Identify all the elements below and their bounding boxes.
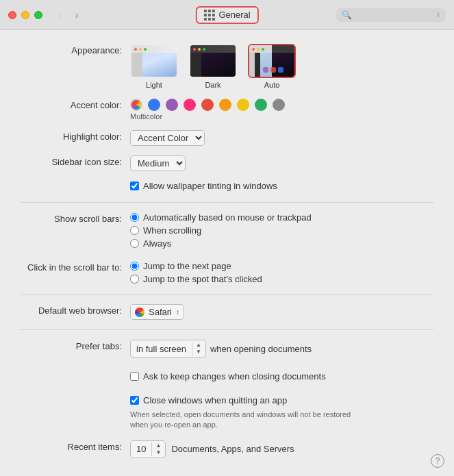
wallpaper-tinting-label: Allow wallpaper tinting in windows	[143, 181, 277, 191]
wallpaper-tinting-row: Allow wallpaper tinting in windows	[21, 181, 433, 195]
ask-keep-changes-label: Ask to keep changes when closing documen…	[143, 371, 326, 381]
accent-multicolor[interactable]	[130, 99, 142, 111]
appearance-light-label: Light	[146, 81, 162, 89]
accent-purple[interactable]	[166, 99, 178, 111]
sidebar-icon-size-select[interactable]: Medium	[130, 155, 186, 171]
recent-items-up-icon[interactable]: ▲	[154, 442, 162, 449]
accent-yellow[interactable]	[237, 99, 249, 111]
click-scroll-bar-row: Click in the scroll bar to: Jump to the …	[21, 261, 433, 287]
accent-multicolor-label: Multicolor	[130, 112, 433, 121]
recent-items-suffix: Documents, Apps, and Servers	[171, 444, 294, 454]
recent-items-row: Recent items: 10 ▲ ▼ Documents, Apps, an…	[21, 440, 433, 458]
appearance-dark[interactable]: Dark	[189, 44, 237, 89]
show-scroll-bars-control: Automatically based on mouse or trackpad…	[130, 212, 433, 251]
close-windows-row: Close windows when quitting an app When …	[21, 395, 433, 431]
browser-name: Safari	[149, 307, 172, 317]
appearance-cards: Light Dark	[130, 44, 433, 89]
scroll-scrolling-label: When scrolling	[143, 225, 201, 236]
search-clear-icon[interactable]: ☓	[436, 10, 440, 20]
titlebar: ‹ › General 🔍 ☓	[0, 0, 454, 30]
appearance-label: Appearance:	[21, 44, 130, 55]
prefer-tabs-value: in full screen	[136, 344, 186, 354]
accent-red[interactable]	[201, 99, 214, 111]
close-windows-control: Close windows when quitting an app When …	[130, 395, 433, 431]
accent-color-label: Accent color:	[21, 99, 130, 110]
recent-items-control: 10 ▲ ▼ Documents, Apps, and Servers	[130, 440, 433, 458]
help-button[interactable]: ?	[431, 454, 444, 468]
scroll-auto-radio[interactable]	[130, 213, 139, 222]
prefer-tabs-suffix: when opening documents	[210, 344, 312, 354]
ask-keep-changes-row: Ask to keep changes when closing documen…	[21, 371, 433, 386]
recent-items-select-wrapper[interactable]: 10 ▲ ▼	[130, 440, 166, 458]
prefer-tabs-inline: in full screen ▲ ▼ when opening document…	[130, 340, 433, 358]
window-title: General	[218, 10, 250, 20]
accent-color-row: Accent color: Multicolor	[21, 99, 433, 121]
recent-items-value: 10	[136, 444, 146, 454]
wallpaper-tinting-control: Allow wallpaper tinting in windows	[130, 181, 433, 195]
appearance-dark-img	[189, 44, 237, 78]
prefer-tabs-select-wrapper[interactable]: in full screen ▲ ▼	[130, 340, 206, 358]
sidebar-icon-size-label: Sidebar icon size:	[21, 155, 130, 167]
ask-keep-changes-control: Ask to keep changes when closing documen…	[130, 371, 433, 386]
wallpaper-tinting-checkbox[interactable]	[130, 181, 139, 190]
close-windows-label: Close windows when quitting an app	[143, 395, 287, 405]
minimize-button[interactable]	[21, 11, 29, 19]
accent-color-control: Multicolor	[130, 99, 433, 121]
prefer-tabs-down-icon[interactable]: ▼	[194, 349, 203, 355]
appearance-auto-img	[248, 44, 296, 78]
click-scroll-bar-label: Click in the scroll bar to:	[21, 261, 130, 273]
highlight-color-label: Highlight color:	[21, 130, 130, 142]
titlebar-center: General	[195, 6, 258, 24]
highlight-color-row: Highlight color: Accent Color	[21, 130, 433, 146]
sidebar-icon-size-control: Medium	[130, 155, 433, 171]
search-icon: 🔍	[342, 10, 352, 20]
prefer-tabs-label: Prefer tabs:	[21, 340, 130, 351]
scroll-always-row: Always	[130, 238, 433, 249]
prefer-tabs-stepper: ▲ ▼	[192, 342, 203, 355]
click-spot-radio[interactable]	[130, 275, 139, 284]
click-next-radio[interactable]	[130, 262, 139, 271]
highlight-color-select[interactable]: Accent Color	[130, 130, 205, 146]
scroll-auto-label: Automatically based on mouse or trackpad	[143, 212, 312, 223]
click-next-label: Jump to the next page	[143, 261, 231, 271]
accent-colors-list	[130, 99, 433, 111]
scroll-always-radio[interactable]	[130, 239, 139, 248]
prefer-tabs-row: Prefer tabs: in full screen ▲ ▼ when ope…	[21, 340, 433, 362]
browser-select[interactable]: Safari ↕	[130, 304, 184, 320]
click-spot-row: Jump to the spot that's clicked	[130, 274, 433, 284]
scroll-scrolling-row: When scrolling	[130, 225, 433, 236]
show-scroll-bars-row: Show scroll bars: Automatically based on…	[21, 212, 433, 251]
close-windows-checkbox[interactable]	[130, 396, 139, 405]
appearance-light[interactable]: Light	[130, 44, 178, 89]
close-windows-checkbox-row: Close windows when quitting an app	[130, 395, 433, 405]
accent-blue[interactable]	[148, 99, 160, 111]
wallpaper-tinting-checkbox-row: Allow wallpaper tinting in windows	[130, 181, 433, 191]
appearance-auto[interactable]: Auto	[248, 44, 296, 89]
prefer-tabs-up-icon[interactable]: ▲	[194, 342, 203, 349]
sidebar-icon-size-row: Sidebar icon size: Medium	[21, 155, 433, 171]
click-scroll-bar-control: Jump to the next page Jump to the spot t…	[130, 261, 433, 287]
prefer-tabs-control: in full screen ▲ ▼ when opening document…	[130, 340, 433, 362]
nav-arrows: ‹ ›	[53, 8, 84, 22]
close-button[interactable]	[8, 11, 16, 19]
appearance-row: Appearance:	[21, 44, 433, 89]
appearance-light-img	[130, 44, 178, 78]
back-arrow[interactable]: ‹	[53, 8, 67, 22]
forward-arrow[interactable]: ›	[70, 8, 84, 22]
ask-keep-changes-checkbox[interactable]	[130, 372, 139, 381]
close-windows-description: When selected, open documents and window…	[130, 410, 363, 431]
scroll-scrolling-radio[interactable]	[130, 226, 139, 235]
accent-orange[interactable]	[219, 99, 231, 111]
accent-pink[interactable]	[184, 99, 196, 111]
click-spot-label: Jump to the spot that's clicked	[143, 274, 262, 284]
maximize-button[interactable]	[34, 11, 42, 19]
search-bar[interactable]: 🔍 ☓	[336, 8, 446, 22]
traffic-lights	[8, 11, 42, 19]
accent-green[interactable]	[255, 99, 267, 111]
click-next-row: Jump to the next page	[130, 261, 433, 271]
default-browser-row: Default web browser: Safari ↕	[21, 304, 433, 320]
divider-2	[21, 294, 433, 295]
accent-graphite[interactable]	[273, 99, 285, 111]
browser-chevron-icon: ↕	[176, 308, 179, 316]
recent-items-down-icon[interactable]: ▼	[154, 449, 162, 456]
